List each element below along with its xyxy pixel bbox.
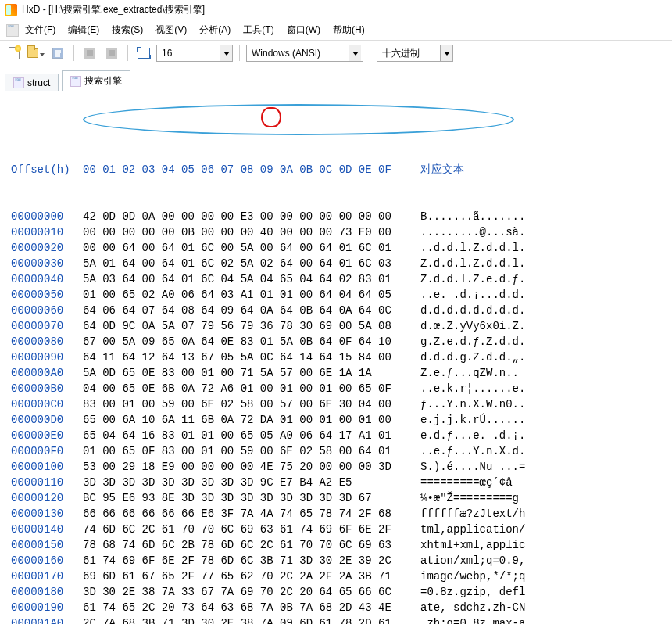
- bytes[interactable]: 00 00 64 00 64 01 6C 00 5A 00 64 00 64 0…: [83, 240, 420, 256]
- hex-row[interactable]: 000001803D 30 2E 38 7A 33 67 7A 69 70 2C…: [11, 584, 661, 600]
- bytes[interactable]: 42 0D 0D 0A 00 00 00 00 E3 00 00 00 00 0…: [83, 209, 420, 224]
- ascii[interactable]: ate, sdchz.zh-CN: [420, 600, 525, 615]
- bytes[interactable]: 01 00 65 02 A0 06 64 03 A1 01 01 00 64 0…: [83, 287, 420, 303]
- hex-row[interactable]: 0000007064 0D 9C 0A 5A 07 79 56 79 36 78…: [11, 318, 661, 334]
- ascii[interactable]: B.......ã.......: [420, 209, 525, 224]
- bytes[interactable]: 64 0D 9C 0A 5A 07 79 56 79 36 78 30 69 0…: [83, 318, 420, 334]
- hex-row[interactable]: 000000D065 00 6A 10 6A 11 6B 0A 72 DA 01…: [11, 412, 661, 428]
- menu-view[interactable]: 视图(V): [155, 23, 187, 37]
- bytes[interactable]: 2C 7A 68 3B 71 3D 30 2E 38 7A 09 6D 61 7…: [83, 615, 420, 624]
- menu-edit[interactable]: 编辑(E): [68, 23, 99, 37]
- menu-file[interactable]: 文件(F): [25, 23, 55, 37]
- bytes[interactable]: 64 11 64 12 64 13 67 05 5A 0C 64 14 64 1…: [83, 350, 420, 365]
- bytes[interactable]: 69 6D 61 67 65 2F 77 65 62 70 2C 2A 2F 2…: [83, 568, 420, 584]
- disk-button[interactable]: [102, 44, 121, 63]
- hex-row[interactable]: 000000A05A 0D 65 0E 83 00 01 00 71 5A 57…: [11, 365, 661, 381]
- menu-search[interactable]: 搜索(S): [112, 23, 143, 37]
- hex-row[interactable]: 0000005001 00 65 02 A0 06 64 03 A1 01 01…: [11, 287, 661, 303]
- bytes[interactable]: 67 00 5A 09 65 0A 64 0E 83 01 5A 0B 64 0…: [83, 334, 420, 350]
- menu-window[interactable]: 窗口(W): [287, 23, 320, 37]
- hex-row[interactable]: 0000019061 74 65 2C 20 73 64 63 68 7A 0B…: [11, 600, 661, 615]
- bytes[interactable]: 83 00 01 00 59 00 6E 02 58 00 57 00 6E 3…: [83, 396, 420, 412]
- hex-row[interactable]: 0000000042 0D 0D 0A 00 00 00 00 E3 00 00…: [11, 209, 661, 224]
- ascii[interactable]: e.d.ƒ...e. .d.¡.: [420, 428, 525, 443]
- hex-row[interactable]: 0000010053 00 29 18 E9 00 00 00 00 4E 75…: [11, 459, 661, 475]
- fit-button[interactable]: [134, 44, 153, 63]
- ascii[interactable]: Z.d.d.l.Z.d.d.l.: [420, 256, 525, 271]
- hex-row[interactable]: 00000120BC 95 E6 93 8E 3D 3D 3D 3D 3D 3D…: [11, 490, 661, 506]
- bytes[interactable]: 53 00 29 18 E9 00 00 00 00 4E 75 20 00 0…: [83, 459, 420, 475]
- ascii[interactable]: ¼•æ"Ž=========g: [420, 490, 519, 506]
- ascii[interactable]: e.j.j.k.rÚ......: [420, 412, 525, 428]
- ascii[interactable]: ation/xml;q=0.9,: [420, 553, 525, 568]
- menu-help[interactable]: 帮助(H): [333, 23, 365, 37]
- hex-row[interactable]: 0000014074 6D 6C 2C 61 70 70 6C 69 63 61…: [11, 522, 661, 537]
- hex-row[interactable]: 0000006064 06 64 07 64 08 64 09 64 0A 64…: [11, 303, 661, 318]
- ascii[interactable]: Z.d.d.l.Z.e.d.ƒ.: [420, 271, 525, 287]
- bytes[interactable]: 66 66 66 66 66 66 E6 3F 7A 4A 74 65 78 7…: [83, 506, 420, 522]
- ascii[interactable]: ..d.d.l.Z.d.d.l.: [420, 240, 525, 256]
- hex-row[interactable]: 0000001000 00 00 00 00 0B 00 00 00 40 00…: [11, 224, 661, 240]
- bytes[interactable]: 65 00 6A 10 6A 11 6B 0A 72 DA 01 00 01 0…: [83, 412, 420, 428]
- chevron-down-icon[interactable]: [440, 45, 452, 61]
- hex-row[interactable]: 0000013066 66 66 66 66 66 E6 3F 7A 4A 74…: [11, 506, 661, 522]
- bytes[interactable]: 00 00 00 00 00 0B 00 00 00 40 00 00 00 7…: [83, 224, 420, 240]
- chevron-down-icon[interactable]: [220, 45, 232, 61]
- ascii[interactable]: ,zh;q=0.8z.max-a: [420, 615, 525, 624]
- hex-row[interactable]: 0000016061 74 69 6F 6E 2F 78 6D 6C 3B 71…: [11, 553, 661, 568]
- base-combo[interactable]: 十六进制: [377, 45, 453, 62]
- ascii[interactable]: image/webp,*/*;q: [420, 568, 525, 584]
- ascii[interactable]: d.d.d.g.Z.d.d.„.: [420, 350, 525, 365]
- bytes[interactable]: 64 06 64 07 64 08 64 09 64 0A 64 0B 64 0…: [83, 303, 420, 318]
- bytes[interactable]: 3D 30 2E 38 7A 33 67 7A 69 70 2C 20 64 6…: [83, 584, 420, 600]
- ascii[interactable]: ..e. .d.¡...d.d.: [420, 287, 525, 303]
- hex-row[interactable]: 0000017069 6D 61 67 65 2F 77 65 62 70 2C…: [11, 568, 661, 584]
- ascii[interactable]: .........@...sà.: [420, 224, 525, 240]
- menu-tools[interactable]: 工具(T): [243, 23, 273, 37]
- ascii[interactable]: ..e.k.r¦......e.: [420, 381, 525, 396]
- hex-view[interactable]: Offset(h)00 01 02 03 04 05 06 07 08 09 0…: [0, 91, 672, 624]
- hex-row[interactable]: 000000305A 01 64 00 64 01 6C 02 5A 02 64…: [11, 256, 661, 271]
- menu-analyze[interactable]: 分析(A): [199, 23, 231, 37]
- new-button[interactable]: [5, 44, 23, 63]
- hex-row[interactable]: 000000C083 00 01 00 59 00 6E 02 58 00 57…: [11, 396, 661, 412]
- hex-row[interactable]: 000000B004 00 65 0E 6B 0A 72 A6 01 00 01…: [11, 381, 661, 396]
- ascii[interactable]: ffffffæ?zJtext/h: [420, 506, 525, 522]
- bytes[interactable]: BC 95 E6 93 8E 3D 3D 3D 3D 3D 3D 3D 3D 3…: [83, 490, 420, 506]
- encoding-combo[interactable]: Windows (ANSI): [246, 45, 363, 62]
- ascii[interactable]: =========œç´¢å: [420, 475, 513, 490]
- ascii[interactable]: S.).é....Nu ...=: [420, 459, 525, 475]
- open-button[interactable]: [27, 44, 45, 63]
- save-button[interactable]: [48, 44, 67, 63]
- bytes[interactable]: 3D 3D 3D 3D 3D 3D 3D 3D 3D 9C E7 B4 A2 E…: [83, 475, 420, 490]
- bytes[interactable]: 04 00 65 0E 6B 0A 72 A6 01 00 01 00 01 0…: [83, 381, 420, 396]
- bytes[interactable]: 74 6D 6C 2C 61 70 70 6C 69 63 61 74 69 6…: [83, 522, 420, 537]
- hex-row[interactable]: 000000E065 04 64 16 83 01 01 00 65 05 A0…: [11, 428, 661, 443]
- hex-row[interactable]: 000000405A 03 64 00 64 01 6C 04 5A 04 65…: [11, 271, 661, 287]
- ascii[interactable]: ƒ...Y.n.X.W.n0..: [420, 396, 525, 412]
- hex-row[interactable]: 0000008067 00 5A 09 65 0A 64 0E 83 01 5A…: [11, 334, 661, 350]
- bytes[interactable]: 61 74 65 2C 20 73 64 63 68 7A 0B 7A 68 2…: [83, 600, 420, 615]
- chevron-down-icon[interactable]: [349, 45, 361, 61]
- hex-row[interactable]: 0000015078 68 74 6D 6C 2B 78 6D 6C 2C 61…: [11, 537, 661, 553]
- hex-row[interactable]: 000000F001 00 65 0F 83 00 01 00 59 00 6E…: [11, 443, 661, 459]
- ascii[interactable]: d.œ.Z.yVy6x0i.Z.: [420, 318, 525, 334]
- bytes[interactable]: 01 00 65 0F 83 00 01 00 59 00 6E 02 58 0…: [83, 443, 420, 459]
- ascii[interactable]: d.d.d.d.d.d.d.d.: [420, 303, 525, 318]
- tab-struct[interactable]: struct: [5, 74, 59, 91]
- tab-search-engine[interactable]: 搜索引擎: [62, 70, 130, 91]
- memory-button[interactable]: [80, 44, 99, 63]
- bytes-per-row-combo[interactable]: 16: [156, 45, 233, 62]
- hex-row[interactable]: 000001103D 3D 3D 3D 3D 3D 3D 3D 3D 9C E7…: [11, 475, 661, 490]
- bytes[interactable]: 5A 03 64 00 64 01 6C 04 5A 04 65 04 64 0…: [83, 271, 420, 287]
- ascii[interactable]: xhtml+xml,applic: [420, 537, 525, 553]
- bytes[interactable]: 78 68 74 6D 6C 2B 78 6D 6C 2C 61 70 70 6…: [83, 537, 420, 553]
- ascii[interactable]: =0.8z.gzip, defl: [420, 584, 525, 600]
- ascii[interactable]: Z.e.ƒ...qZW.n..: [420, 365, 519, 381]
- ascii[interactable]: ..e.ƒ...Y.n.X.d.: [420, 443, 525, 459]
- bytes[interactable]: 5A 01 64 00 64 01 6C 02 5A 02 64 00 64 0…: [83, 256, 420, 271]
- ascii[interactable]: tml,application/: [420, 522, 525, 537]
- ascii[interactable]: g.Z.e.d.ƒ.Z.d.d.: [420, 334, 525, 350]
- bytes[interactable]: 5A 0D 65 0E 83 00 01 00 71 5A 57 00 6E 1…: [83, 365, 420, 381]
- bytes[interactable]: 65 04 64 16 83 01 01 00 65 05 A0 06 64 1…: [83, 428, 420, 443]
